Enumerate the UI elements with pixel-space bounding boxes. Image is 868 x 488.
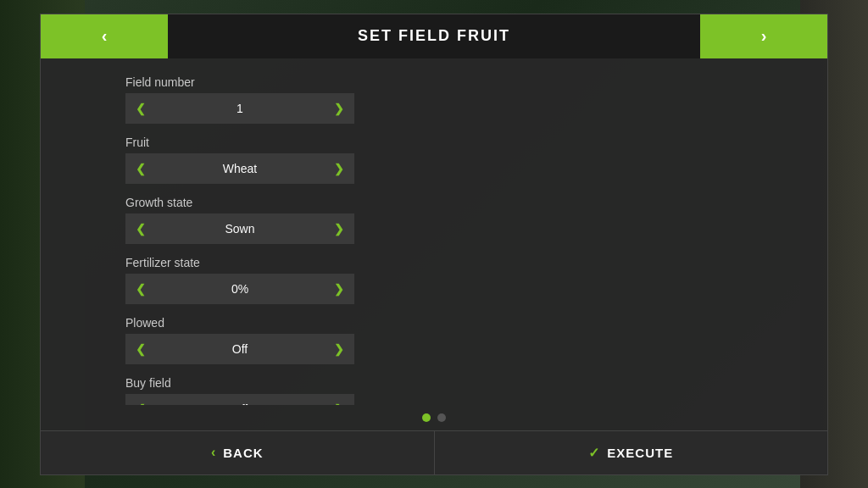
increment-fertilizer-state[interactable]: ❯ <box>324 274 354 304</box>
field-label-buy-field: Buy field <box>125 376 743 390</box>
value-field-number: 1 <box>156 102 324 115</box>
field-label-fruit: Fruit <box>125 136 743 149</box>
increment-fruit[interactable]: ❯ <box>324 153 354 184</box>
back-button[interactable]: ‹ BACK <box>41 431 434 474</box>
increment-plowed[interactable]: ❯ <box>324 334 354 364</box>
page-title: SET FIELD FRUIT <box>358 27 510 45</box>
field-control-fertilizer-state: ❮0%❯ <box>125 274 354 304</box>
field-row-plowed: Plowed❮Off❯ <box>125 316 743 364</box>
field-control-field-number: ❮1❯ <box>125 93 354 124</box>
field-label-field-number: Field number <box>125 75 743 89</box>
next-icon: › <box>761 26 767 46</box>
field-row-fertilizer-state: Fertilizer state❮0%❯ <box>125 256 743 304</box>
back-label: BACK <box>223 446 263 460</box>
field-control-growth-state: ❮Sown❯ <box>125 214 354 244</box>
field-control-plowed: ❮Off❯ <box>125 334 354 364</box>
increment-buy-field[interactable]: ❯ <box>324 394 354 405</box>
field-control-buy-field: ❮Off❯ <box>125 394 354 405</box>
field-label-plowed: Plowed <box>125 316 743 330</box>
prev-icon: ‹ <box>102 26 108 46</box>
decrement-plowed[interactable]: ❮ <box>125 334 156 364</box>
execute-icon: ✓ <box>588 445 600 461</box>
increment-growth-state[interactable]: ❯ <box>324 214 354 244</box>
modal-header: ‹ SET FIELD FRUIT › <box>41 14 827 58</box>
decrement-fertilizer-state[interactable]: ❮ <box>125 274 156 304</box>
field-control-fruit: ❮Wheat❯ <box>125 153 354 184</box>
pagination-dot-0[interactable] <box>422 413 431 422</box>
value-plowed: Off <box>156 342 324 356</box>
field-row-fruit: Fruit❮Wheat❯ <box>125 136 743 184</box>
pagination-dot-1[interactable] <box>437 413 446 422</box>
modal-overlay: ‹ SET FIELD FRUIT › Field number❮1❯Fruit… <box>0 0 868 488</box>
field-row-field-number: Field number❮1❯ <box>125 75 743 124</box>
decrement-growth-state[interactable]: ❮ <box>125 214 156 244</box>
pagination <box>41 405 827 430</box>
increment-field-number[interactable]: ❯ <box>324 93 354 124</box>
execute-button[interactable]: ✓ EXECUTE <box>434 431 828 474</box>
field-row-buy-field: Buy field❮Off❯ <box>125 376 743 405</box>
back-icon: ‹ <box>211 445 216 460</box>
modal-footer: ‹ BACK ✓ EXECUTE <box>41 430 827 474</box>
decrement-fruit[interactable]: ❮ <box>125 153 156 184</box>
prev-button[interactable]: ‹ <box>41 14 168 58</box>
modal-content: Field number❮1❯Fruit❮Wheat❯Growth state❮… <box>41 58 827 405</box>
value-growth-state: Sown <box>156 222 324 236</box>
value-fruit: Wheat <box>156 162 324 175</box>
decrement-field-number[interactable]: ❮ <box>125 93 156 124</box>
modal: ‹ SET FIELD FRUIT › Field number❮1❯Fruit… <box>40 14 828 475</box>
value-fertilizer-state: 0% <box>156 282 324 296</box>
field-label-fertilizer-state: Fertilizer state <box>125 256 743 269</box>
header-title-area: SET FIELD FRUIT <box>168 14 700 58</box>
field-label-growth-state: Growth state <box>125 196 743 209</box>
execute-label: EXECUTE <box>607 446 673 460</box>
field-row-growth-state: Growth state❮Sown❯ <box>125 196 743 244</box>
next-button[interactable]: › <box>700 14 827 58</box>
decrement-buy-field[interactable]: ❮ <box>125 394 156 405</box>
